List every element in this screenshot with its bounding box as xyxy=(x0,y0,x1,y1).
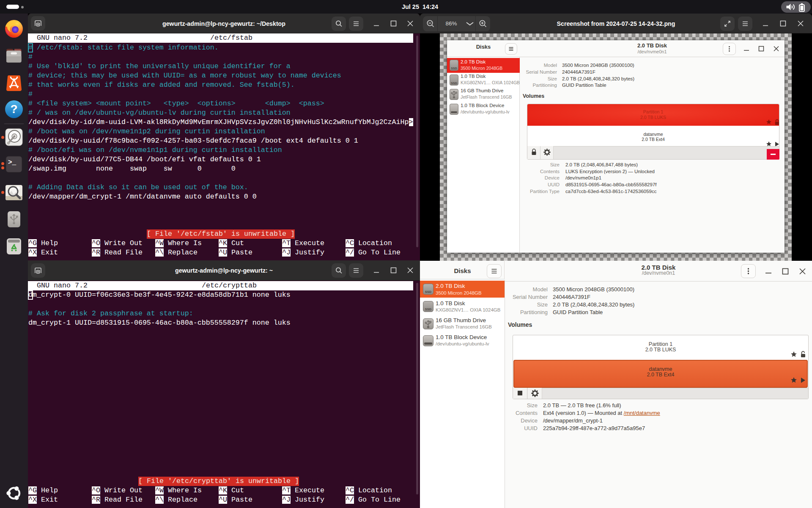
svg-text:?: ? xyxy=(10,102,17,116)
svg-text:>_: >_ xyxy=(8,159,16,166)
